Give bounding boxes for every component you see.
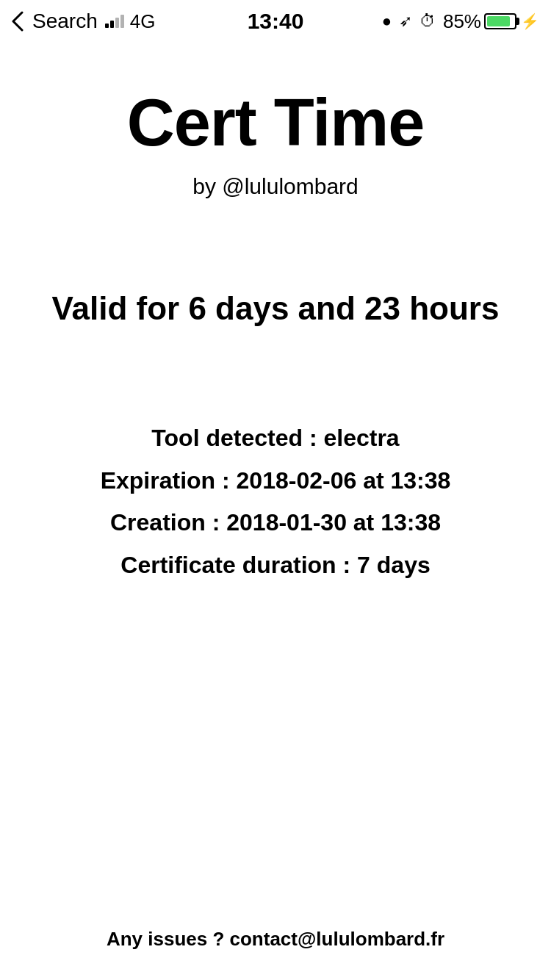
status-bar-left: Search 4G xyxy=(7,10,155,33)
footer-text: Any issues ? contact@lululombard.fr xyxy=(0,928,551,951)
app-subtitle: by @lululombard xyxy=(192,174,359,199)
status-bar: Search 4G 13:40 ● ➶ ⏱ 85% ⚡ xyxy=(0,0,551,43)
location-icon: ➶ xyxy=(399,12,412,31)
cert-tool: Tool detected : electra xyxy=(22,417,529,460)
battery-icon xyxy=(484,13,516,29)
cert-duration: Certificate duration : 7 days xyxy=(22,544,529,587)
status-time: 13:40 xyxy=(248,9,304,34)
battery-container: 85% ⚡ xyxy=(443,10,539,33)
network-type: 4G xyxy=(130,10,156,33)
app-title: Cert Time xyxy=(127,87,424,159)
battery-percent: 85% xyxy=(443,10,481,33)
status-bar-right: ● ➶ ⏱ 85% ⚡ xyxy=(382,10,539,33)
charging-bolt-icon: ⚡ xyxy=(521,12,539,30)
validity-text: Valid for 6 days and 23 hours xyxy=(52,287,500,329)
main-content: Cert Time by @lululombard Valid for 6 da… xyxy=(0,43,551,602)
alarm-icon: ⏱ xyxy=(419,12,436,31)
cert-details: Tool detected : electra Expiration : 201… xyxy=(22,417,529,586)
back-label[interactable]: Search xyxy=(32,10,98,33)
cert-expiration: Expiration : 2018-02-06 at 13:38 xyxy=(22,460,529,502)
cert-creation: Creation : 2018-01-30 at 13:38 xyxy=(22,502,529,544)
battery-fill xyxy=(487,16,510,26)
back-button[interactable] xyxy=(7,11,28,32)
signal-bars-icon xyxy=(105,15,124,28)
lock-icon: ● xyxy=(382,12,392,31)
